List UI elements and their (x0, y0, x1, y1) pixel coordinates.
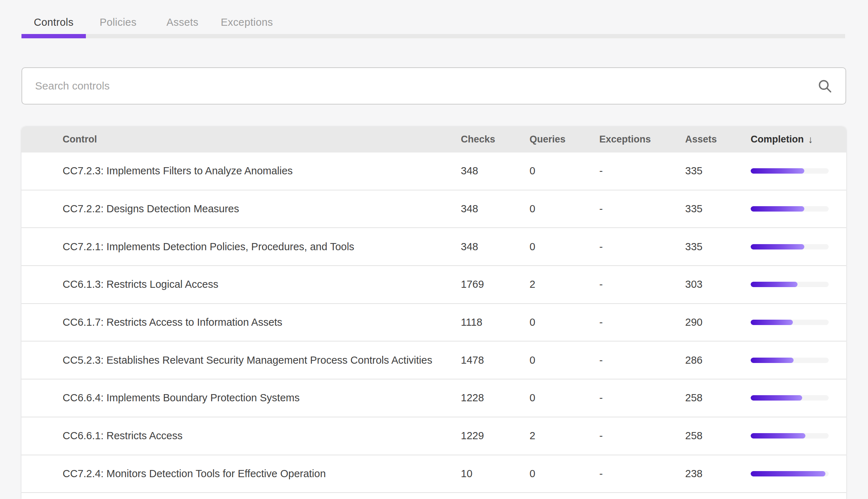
table-row[interactable]: CC6.1.3: Restricts Logical Access 1769 2… (21, 266, 846, 304)
completion-bar-fill (751, 358, 794, 363)
cell-control: CC5.2.3: Establishes Relevant Security M… (21, 354, 461, 366)
completion-bar-fill (751, 282, 798, 287)
tab-controls[interactable]: Controls (21, 11, 86, 34)
completion-bar-track (751, 244, 829, 250)
completion-bar-track (751, 358, 829, 363)
cell-assets: 335 (685, 241, 751, 253)
tab-assets[interactable]: Assets (150, 11, 215, 34)
cell-checks: 1229 (461, 430, 530, 442)
cell-completion (751, 282, 846, 287)
tab-track (21, 34, 845, 38)
cell-completion (751, 433, 846, 439)
cell-queries: 0 (530, 316, 599, 328)
cell-queries: 0 (530, 241, 599, 253)
column-header-control[interactable]: Control (21, 134, 461, 145)
cell-assets: 303 (685, 278, 751, 290)
cell-exceptions: - (599, 278, 685, 290)
sort-desc-arrow-icon: ↓ (808, 134, 813, 145)
table-row[interactable]: CC6.1.7: Restricts Access to Information… (21, 304, 846, 342)
cell-assets: 286 (685, 354, 751, 366)
cell-completion (751, 395, 846, 401)
cell-queries: 0 (530, 203, 599, 215)
active-tab-indicator (21, 34, 86, 38)
cell-queries: 0 (530, 392, 599, 404)
completion-bar-fill (751, 168, 804, 174)
cell-checks: 1228 (461, 392, 530, 404)
cell-queries: 2 (530, 430, 599, 442)
table-header-row: Control Checks Queries Exceptions Assets… (21, 126, 846, 152)
cell-completion (751, 320, 846, 325)
cell-assets: 335 (685, 203, 751, 215)
tab-policies[interactable]: Policies (86, 11, 150, 34)
cell-checks: 1769 (461, 278, 530, 290)
completion-bar-track (751, 471, 829, 476)
cell-control: CC6.6.4: Implements Boundary Protection … (21, 392, 461, 404)
cell-control: CC6.6.1: Restricts Access (21, 430, 461, 442)
cell-assets: 258 (685, 430, 751, 442)
cell-queries: 2 (530, 278, 599, 290)
completion-bar-fill (751, 244, 804, 250)
cell-completion (751, 471, 846, 476)
column-header-checks[interactable]: Checks (461, 134, 530, 145)
completion-bar-fill (751, 320, 793, 325)
table-body: CC7.2.3: Implements Filters to Analyze A… (21, 152, 846, 493)
table-row[interactable]: CC7.2.2: Designs Detection Measures 348 … (21, 190, 846, 228)
cell-exceptions: - (599, 392, 685, 404)
completion-bar-track (751, 320, 829, 325)
cell-completion (751, 244, 846, 250)
column-header-exceptions[interactable]: Exceptions (599, 134, 685, 145)
cell-exceptions: - (599, 241, 685, 253)
cell-checks: 10 (461, 468, 530, 480)
cell-control: CC7.2.2: Designs Detection Measures (21, 203, 461, 215)
controls-table: Control Checks Queries Exceptions Assets… (21, 126, 846, 499)
table-row[interactable]: CC7.2.3: Implements Filters to Analyze A… (21, 152, 846, 190)
cell-queries: 0 (530, 468, 599, 480)
cell-assets: 238 (685, 468, 751, 480)
cell-exceptions: - (599, 316, 685, 328)
cell-exceptions: - (599, 203, 685, 215)
completion-bar-track (751, 433, 829, 439)
table-row[interactable]: CC6.6.1: Restricts Access 1229 2 - 258 (21, 417, 846, 455)
cell-exceptions: - (599, 468, 685, 480)
search-box (21, 67, 846, 105)
search-input[interactable] (35, 80, 817, 92)
cell-completion (751, 358, 846, 363)
completion-bar-fill (751, 395, 802, 401)
completion-bar-fill (751, 206, 804, 212)
completion-bar-fill (751, 471, 825, 476)
cell-control: CC7.2.1: Implements Detection Policies, … (21, 241, 461, 253)
column-header-queries[interactable]: Queries (530, 134, 599, 145)
column-header-completion[interactable]: Completion ↓ (751, 134, 846, 145)
cell-checks: 1118 (461, 316, 530, 328)
cell-control: CC7.2.3: Implements Filters to Analyze A… (21, 165, 461, 177)
tab-exceptions[interactable]: Exceptions (215, 11, 279, 34)
table-row[interactable]: CC6.6.4: Implements Boundary Protection … (21, 379, 846, 417)
cell-checks: 348 (461, 165, 530, 177)
cell-assets: 335 (685, 165, 751, 177)
cell-exceptions: - (599, 354, 685, 366)
cell-exceptions: - (599, 165, 685, 177)
table-row[interactable]: CC7.2.4: Monitors Detection Tools for Ef… (21, 455, 846, 493)
completion-bar-track (751, 395, 829, 401)
cell-queries: 0 (530, 165, 599, 177)
column-header-assets[interactable]: Assets (685, 134, 751, 145)
search-icon[interactable] (817, 78, 833, 94)
cell-checks: 348 (461, 203, 530, 215)
completion-bar-track (751, 206, 829, 212)
cell-completion (751, 206, 846, 212)
column-header-completion-label: Completion (751, 134, 804, 145)
tab-bar: Controls Policies Assets Exceptions (0, 0, 868, 38)
table-row[interactable]: CC5.2.3: Establishes Relevant Security M… (21, 341, 846, 379)
completion-bar-track (751, 168, 829, 174)
cell-exceptions: - (599, 430, 685, 442)
cell-control: CC7.2.4: Monitors Detection Tools for Ef… (21, 468, 461, 480)
table-row[interactable]: CC7.2.1: Implements Detection Policies, … (21, 228, 846, 266)
cell-control: CC6.1.3: Restricts Logical Access (21, 278, 461, 290)
cell-assets: 258 (685, 392, 751, 404)
next-row-cutoff (21, 493, 846, 499)
cell-checks: 348 (461, 241, 530, 253)
completion-bar-track (751, 282, 829, 287)
completion-bar-fill (751, 433, 805, 439)
cell-completion (751, 168, 846, 174)
cell-control: CC6.1.7: Restricts Access to Information… (21, 316, 461, 328)
